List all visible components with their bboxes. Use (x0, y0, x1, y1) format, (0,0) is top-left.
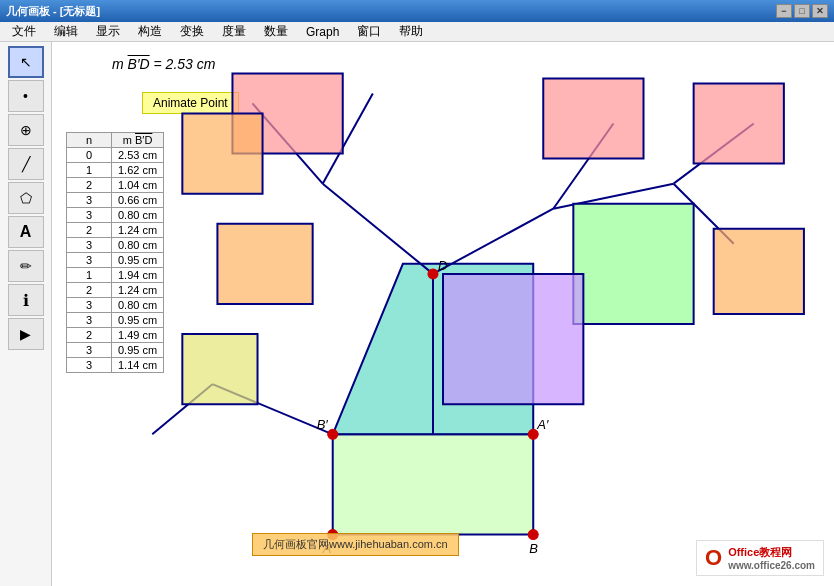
marker-tool[interactable]: ✏ (8, 250, 44, 282)
point-Bprime (328, 429, 338, 439)
menu-file[interactable]: 文件 (4, 21, 44, 42)
menu-edit[interactable]: 编辑 (46, 21, 86, 42)
line-tool[interactable]: ╱ (8, 148, 44, 180)
label-Bprime: B′ (317, 417, 329, 432)
menu-help[interactable]: 帮助 (391, 21, 431, 42)
menu-measure[interactable]: 度量 (214, 21, 254, 42)
maximize-button[interactable]: □ (794, 4, 810, 18)
polygon-tool[interactable]: ⬠ (8, 182, 44, 214)
minimize-button[interactable]: − (776, 4, 792, 18)
title-text: 几何画板 - [无标题] (6, 4, 100, 19)
toolbar: ↖ • ⊕ ╱ ⬠ A ✏ ℹ ▶ (0, 42, 52, 586)
label-Aprime: A′ (536, 417, 549, 432)
menu-window[interactable]: 窗口 (349, 21, 389, 42)
sq-purple-d (443, 274, 583, 404)
title-bar-controls: − □ ✕ (776, 4, 828, 18)
point-tool[interactable]: • (8, 80, 44, 112)
menu-number[interactable]: 数量 (256, 21, 296, 42)
sq-bottom-left (182, 334, 257, 404)
sq-right-d (573, 204, 693, 324)
menu-construct[interactable]: 构造 (130, 21, 170, 42)
point-D (428, 269, 438, 279)
sq-far-right-lower (714, 229, 804, 314)
watermark-right-text: Office教程网 www.office26.com (728, 545, 815, 571)
line-d-left (323, 184, 433, 274)
sq-top-right (543, 78, 643, 158)
info-tool[interactable]: ℹ (8, 284, 44, 316)
main-area: ↖ • ⊕ ╱ ⬠ A ✏ ℹ ▶ m B′D = 2.53 cm Animat… (0, 42, 834, 586)
menu-bar: 文件 编辑 显示 构造 变换 度量 数量 Graph 窗口 帮助 (0, 22, 834, 42)
pointer-tool[interactable]: ↖ (8, 46, 44, 78)
watermark-left: 几何画板官网www.jihehuaban.com.cn (252, 533, 459, 556)
sq-top-left2 (182, 113, 262, 193)
menu-transform[interactable]: 变换 (172, 21, 212, 42)
title-bar: 几何画板 - [无标题] − □ ✕ (0, 0, 834, 22)
menu-graph[interactable]: Graph (298, 23, 347, 41)
move-tool[interactable]: ▶ (8, 318, 44, 350)
canvas-area[interactable]: m B′D = 2.53 cm Animate Point n m B′D 02… (52, 42, 834, 586)
menu-display[interactable]: 显示 (88, 21, 128, 42)
close-button[interactable]: ✕ (812, 4, 828, 18)
office-icon: O (705, 545, 722, 571)
label-B: B (529, 541, 538, 556)
watermark-right: O Office教程网 www.office26.com (696, 540, 824, 576)
sq-left-mid (217, 224, 312, 304)
sq-far-right (694, 83, 784, 163)
geometry-canvas[interactable]: .geo-line { stroke: #000080; stroke-widt… (52, 42, 834, 586)
compass-tool[interactable]: ⊕ (8, 114, 44, 146)
label-D: D (438, 258, 447, 273)
main-square (333, 434, 534, 534)
text-tool[interactable]: A (8, 216, 44, 248)
point-B (528, 530, 538, 540)
